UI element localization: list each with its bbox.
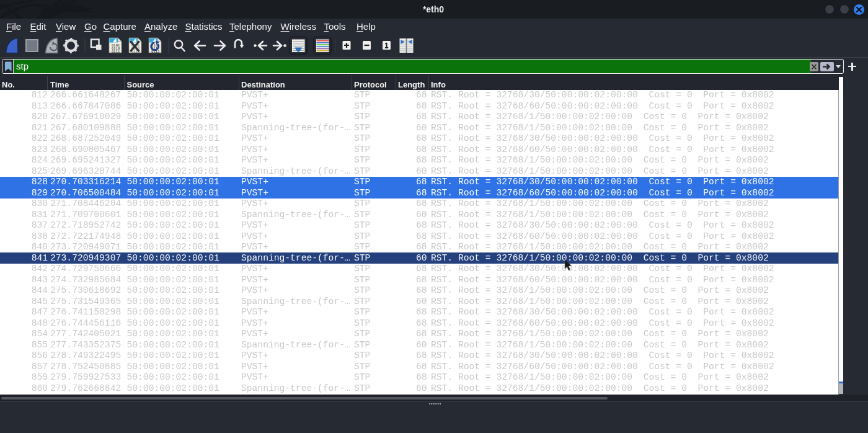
svg-text:0111: 0111 xyxy=(112,50,120,54)
